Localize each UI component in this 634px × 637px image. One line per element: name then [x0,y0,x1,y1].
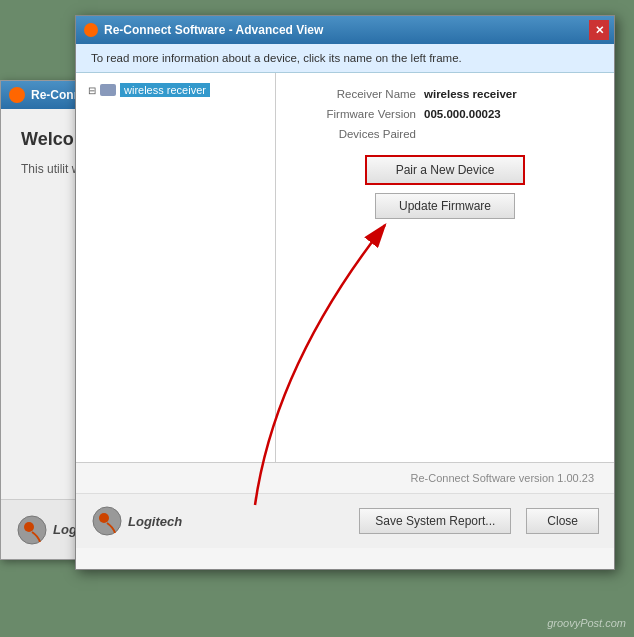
adv-body: ⊟ wireless receiver Receiver Name wirele… [76,73,614,463]
update-firmware-button[interactable]: Update Firmware [375,193,515,219]
device-detail-panel: Receiver Name wireless receiver Firmware… [276,73,614,462]
tree-expand-icon: ⊟ [88,85,96,96]
adv-info-text: To read more information about a device,… [91,52,462,64]
receiver-icon [100,84,116,96]
adv-title-icon [84,23,98,37]
adv-footer: Logitech Save System Report... Close [76,493,614,548]
pair-new-device-button[interactable]: Pair a New Device [365,155,525,185]
logitech-icon-adv [91,505,123,537]
logitech-logo-adv: Logitech [91,505,182,537]
svg-point-3 [99,513,109,523]
tree-item-receiver[interactable]: ⊟ wireless receiver [84,81,267,99]
devices-paired-row: Devices Paired [296,128,594,140]
bg-window-icon [9,87,25,103]
adv-titlebar: Re-Connect Software - Advanced View ✕ [76,16,614,44]
firmware-version-row: Firmware Version 005.000.00023 [296,108,594,120]
receiver-name-label: Receiver Name [296,88,416,100]
firmware-value: 005.000.00023 [424,108,501,120]
logitech-label-adv: Logitech [128,514,182,529]
svg-point-1 [24,522,34,532]
firmware-label: Firmware Version [296,108,416,120]
advanced-window: Re-Connect Software - Advanced View ✕ To… [75,15,615,570]
logitech-icon-bg [16,514,48,546]
adv-close-button[interactable]: ✕ [589,20,609,40]
devices-paired-label: Devices Paired [296,128,416,140]
receiver-name-value: wireless receiver [424,88,517,100]
adv-info-bar: To read more information about a device,… [76,44,614,73]
adv-title: Re-Connect Software - Advanced View [104,23,323,37]
device-tree-panel: ⊟ wireless receiver [76,73,276,462]
watermark: groovyPost.com [547,617,626,629]
version-bar: Re-Connect Software version 1.00.23 [76,463,614,493]
version-text: Re-Connect Software version 1.00.23 [411,472,594,484]
receiver-name-row: Receiver Name wireless receiver [296,88,594,100]
tree-device-label: wireless receiver [120,83,210,97]
close-button[interactable]: Close [526,508,599,534]
save-report-button[interactable]: Save System Report... [359,508,511,534]
